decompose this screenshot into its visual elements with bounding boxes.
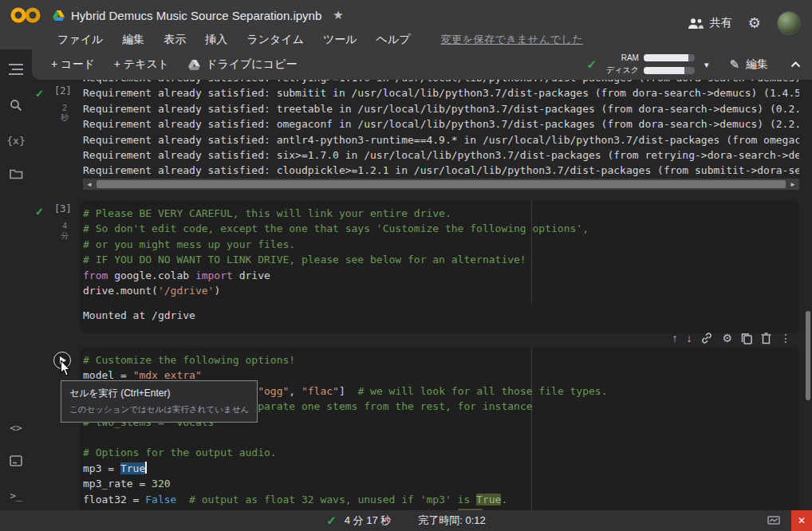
copy-cell-icon[interactable] bbox=[741, 332, 752, 344]
cell4: # Customize the following options!model … bbox=[80, 348, 799, 510]
toolbar-right-cluster: ✓ RAM ディスク ▾ ✎ 編集 bbox=[586, 49, 801, 80]
notebook-content: ✓ [2] 2秒 Requirement already satisfied: … bbox=[32, 80, 804, 510]
vertical-scrollbar-thumb[interactable] bbox=[806, 311, 810, 400]
horizontal-scrollbar-thumb[interactable] bbox=[97, 180, 786, 188]
scroll-left-arrow-icon[interactable]: ◄ bbox=[83, 179, 96, 190]
menu-edit[interactable]: 編集 bbox=[122, 33, 144, 47]
ram-bar bbox=[644, 54, 695, 61]
share-button[interactable]: 共有 bbox=[688, 16, 732, 30]
star-icon[interactable]: ★ bbox=[333, 8, 343, 22]
delete-cell-icon[interactable] bbox=[761, 332, 771, 344]
cell2-executed-check-icon: ✓ bbox=[35, 88, 44, 100]
completion-time: 完了時間: 0:12 bbox=[418, 513, 486, 528]
move-cell-down-icon[interactable]: ↓ bbox=[686, 332, 692, 344]
disk-label: ディスク bbox=[606, 65, 639, 76]
scroll-right-arrow-icon[interactable]: ► bbox=[786, 179, 799, 190]
link-cell-icon[interactable] bbox=[700, 332, 713, 344]
menu-view[interactable]: 表示 bbox=[164, 33, 186, 47]
execution-duration: 4 分 17 秒 bbox=[345, 513, 392, 528]
mouse-cursor bbox=[59, 360, 72, 376]
app-header: Hybrid Demucs Music Source Separation.ip… bbox=[0, 0, 812, 49]
cell3: # Please BE VERY CAREFUL, this will link… bbox=[80, 201, 799, 333]
ram-label: RAM bbox=[621, 53, 639, 62]
disk-gauge: ディスク bbox=[606, 65, 695, 76]
people-icon bbox=[688, 18, 704, 29]
menu-insert[interactable]: 挿入 bbox=[205, 33, 227, 47]
command-palette-icon[interactable] bbox=[10, 455, 22, 468]
cell3-execution-count[interactable]: [3] bbox=[54, 203, 72, 214]
save-status-link[interactable]: 変更を保存できませんでした bbox=[441, 33, 583, 47]
drive-icon bbox=[188, 60, 200, 70]
statusbar-right-cluster: ✕ bbox=[767, 510, 812, 531]
colab-logo-icon[interactable] bbox=[10, 6, 41, 25]
ram-gauge: RAM bbox=[606, 53, 695, 62]
resource-activity-icon[interactable] bbox=[767, 516, 780, 526]
search-icon[interactable] bbox=[10, 99, 22, 113]
terminal-icon[interactable]: >_ bbox=[10, 490, 22, 501]
menu-help[interactable]: ヘルプ bbox=[376, 33, 411, 47]
variables-icon[interactable]: {x} bbox=[6, 136, 25, 146]
header-right-cluster: 共有 ⚙ bbox=[688, 11, 801, 35]
status-check-icon: ✓ bbox=[326, 513, 337, 528]
close-button[interactable]: ✕ bbox=[791, 510, 812, 531]
cell-settings-gear-icon[interactable]: ⚙ bbox=[722, 332, 732, 344]
cell3-execution-time: 4分 bbox=[57, 222, 72, 241]
menu-tools[interactable]: ツール bbox=[323, 33, 357, 47]
menu-runtime[interactable]: ランタイム bbox=[246, 33, 304, 47]
add-text-button[interactable]: + テキスト bbox=[114, 57, 169, 72]
execution-status: ✓ 4 分 17 秒 完了時間: 0:12 bbox=[0, 510, 812, 531]
add-code-button[interactable]: + コード bbox=[51, 57, 95, 72]
run-cell-tooltip: セルを実行 (Ctrl+Enter) このセッションではセルは実行されていません bbox=[61, 380, 258, 423]
header-top-row: Hybrid Demucs Music Source Separation.ip… bbox=[0, 0, 812, 30]
cell2-execution-count[interactable]: [2] bbox=[54, 85, 72, 96]
cell3-output-text: Mounted at /gdrive bbox=[83, 309, 195, 321]
status-bar: ✓ 4 分 17 秒 完了時間: 0:12 ✕ bbox=[0, 510, 812, 531]
share-label: 共有 bbox=[710, 16, 732, 30]
cell3-code-editor[interactable]: # Please BE VERY CAREFUL, this will link… bbox=[80, 201, 799, 298]
cell4-toolbar: ↑ ↓ ⚙ ⋮ bbox=[672, 332, 791, 344]
resources-dropdown-icon[interactable]: ▾ bbox=[704, 60, 709, 70]
tooltip-title: セルを実行 (Ctrl+Enter) bbox=[69, 387, 249, 400]
notebook-title[interactable]: Hybrid Demucs Music Source Separation.ip… bbox=[71, 9, 321, 22]
table-of-contents-icon[interactable] bbox=[9, 64, 23, 77]
collapse-header-icon[interactable] bbox=[790, 61, 801, 68]
tooltip-subtitle: このセッションではセルは実行されていません bbox=[69, 404, 249, 415]
cell2-horizontal-scrollbar[interactable]: ◄ ► bbox=[83, 179, 799, 190]
resource-monitor[interactable]: RAM ディスク bbox=[606, 53, 695, 76]
disk-bar bbox=[644, 67, 695, 74]
code-snippets-icon[interactable]: <> bbox=[10, 423, 22, 433]
cell2-output-area: Requirement already satisfied: retrying>… bbox=[83, 80, 799, 179]
files-icon[interactable] bbox=[10, 168, 23, 181]
edit-mode-label: 編集 bbox=[746, 57, 768, 72]
move-cell-up-icon[interactable]: ↑ bbox=[672, 332, 677, 344]
copy-to-drive-button[interactable]: ドライブにコピー bbox=[188, 57, 297, 72]
cell4-code-editor[interactable]: # Customize the following options!model … bbox=[80, 348, 799, 510]
connected-check-icon: ✓ bbox=[586, 57, 597, 72]
menu-file[interactable]: ファイル bbox=[57, 33, 103, 47]
more-actions-icon[interactable]: ⋮ bbox=[780, 332, 791, 344]
notebook-toolbar: + コード + テキスト ドライブにコピー ✓ RAM ディスク ▾ ✎ 編集 bbox=[32, 49, 812, 80]
edit-mode-button[interactable]: ✎ 編集 bbox=[729, 57, 768, 72]
cell3-executed-check-icon: ✓ bbox=[35, 206, 44, 218]
left-sidebar: {x} <> >_ bbox=[0, 49, 32, 510]
settings-gear-icon[interactable]: ⚙ bbox=[748, 16, 761, 30]
copy-to-drive-label: ドライブにコピー bbox=[206, 57, 297, 72]
pencil-icon: ✎ bbox=[729, 57, 739, 72]
cell2-execution-time: 2秒 bbox=[57, 104, 72, 123]
avatar[interactable] bbox=[777, 11, 801, 35]
drive-icon bbox=[53, 10, 65, 21]
